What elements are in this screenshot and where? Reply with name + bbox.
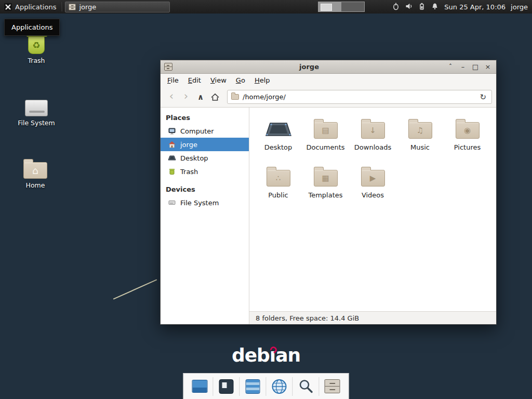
- minimize-button[interactable]: –: [458, 63, 468, 71]
- menubar: File Edit View Go Help: [161, 74, 496, 87]
- menu-view[interactable]: View: [206, 75, 231, 86]
- panel-right-area: Sun 25 Apr, 10:06 jorge: [318, 0, 532, 14]
- desktop-icon-label: Home: [10, 181, 60, 189]
- desktop-icon: [265, 120, 291, 139]
- desktop-icon-home[interactable]: ⌂ Home: [10, 154, 60, 189]
- sidebar-item-jorge[interactable]: jorge: [161, 138, 249, 151]
- file-item-documents[interactable]: ▤ Documents: [303, 116, 349, 151]
- desktop-icon-label: File System: [11, 119, 61, 127]
- magnifier-icon: [298, 379, 314, 394]
- home-icon: [210, 93, 220, 101]
- launcher-file-manager[interactable]: [321, 375, 344, 398]
- taskbar-window-button[interactable]: jorge: [65, 2, 170, 12]
- camera-emblem-icon: ◉: [456, 123, 479, 138]
- battery-icon[interactable]: [418, 2, 426, 12]
- folder-icon: ▶: [361, 170, 385, 187]
- desktop-icon: [168, 154, 176, 162]
- sidebar-item-desktop[interactable]: Desktop: [161, 151, 249, 165]
- file-item-templates[interactable]: ▦ Templates: [303, 164, 349, 199]
- close-button[interactable]: ×: [483, 63, 493, 71]
- recycle-glyph-icon: ♻: [29, 36, 44, 54]
- folder-view: Desktop ▤ Documents ↓ Downloads ♫ Music …: [249, 108, 496, 324]
- launcher-settings[interactable]: [241, 375, 265, 398]
- sidebar-item-computer[interactable]: Computer: [161, 124, 249, 138]
- debian-logo: debıan: [232, 344, 300, 366]
- sidebar-item-label: Desktop: [180, 154, 208, 162]
- workspace-2[interactable]: [341, 2, 365, 12]
- applications-menu-button[interactable]: Applications: [0, 0, 60, 14]
- file-item-videos[interactable]: ▶ Videos: [350, 164, 396, 199]
- wallpaper-swoosh: [113, 279, 157, 299]
- up-icon: ∧: [197, 92, 204, 102]
- sidebar-item-label: File System: [180, 199, 219, 207]
- file-manager-icon: [69, 4, 76, 10]
- titlebar[interactable]: jorge ˆ – □ ×: [161, 60, 496, 74]
- sidebar-item-label: Trash: [180, 168, 198, 176]
- launcher-display-settings[interactable]: [188, 375, 212, 398]
- top-panel: Applications jorge Sun 25 Apr, 10:06 jor…: [0, 0, 532, 14]
- menu-edit[interactable]: Edit: [183, 75, 206, 86]
- folder-icon: ◉: [456, 122, 480, 139]
- applications-menu-icon: [4, 3, 12, 11]
- reload-button[interactable]: ↻: [478, 92, 488, 102]
- file-item-desktop[interactable]: Desktop: [256, 116, 301, 151]
- launcher-web-browser[interactable]: [268, 375, 291, 398]
- file-item-pictures[interactable]: ◉ Pictures: [445, 116, 490, 151]
- debian-swirl-icon: ı: [270, 344, 275, 366]
- user-menu[interactable]: jorge: [511, 3, 528, 11]
- back-button[interactable]: ‹: [165, 90, 178, 104]
- workspace-1[interactable]: [318, 2, 341, 12]
- display-icon: [192, 380, 208, 393]
- sidebar-item-file-system[interactable]: File System: [161, 196, 249, 209]
- menu-go[interactable]: Go: [231, 75, 250, 86]
- drive-icon: [25, 100, 48, 116]
- file-item-public[interactable]: ∴ Public: [256, 164, 301, 199]
- launcher-app-finder[interactable]: [294, 375, 318, 398]
- mouse-icon[interactable]: [392, 2, 400, 12]
- menu-file[interactable]: File: [163, 75, 183, 86]
- share-emblem-icon: ∴: [267, 170, 290, 186]
- video-emblem-icon: ▶: [362, 170, 384, 186]
- dock: [183, 373, 349, 399]
- system-tray: [392, 2, 439, 12]
- files-grid[interactable]: Desktop ▤ Documents ↓ Downloads ♫ Music …: [249, 108, 496, 311]
- file-manager-icon: [325, 379, 340, 393]
- music-emblem-icon: ♫: [409, 123, 432, 138]
- file-item-downloads[interactable]: ↓ Downloads: [350, 116, 396, 151]
- desktop-icon-file-system[interactable]: File System: [11, 91, 61, 127]
- desktop-icon-label: Trash: [11, 57, 61, 64]
- window-icon: [164, 63, 172, 71]
- folder-icon: ∴: [267, 170, 290, 187]
- forward-icon: ›: [184, 91, 188, 102]
- menu-help[interactable]: Help: [250, 75, 275, 86]
- launcher-terminal[interactable]: [215, 375, 238, 398]
- folder-icon: ▤: [314, 122, 338, 139]
- documents-emblem-icon: ▤: [314, 123, 337, 138]
- applications-menu-label: Applications: [15, 3, 56, 11]
- window-body: Places Computer jorge Desktop Trash Devi…: [161, 108, 496, 324]
- folder-icon: ♫: [408, 122, 432, 139]
- panel-clock[interactable]: Sun 25 Apr, 10:06: [444, 3, 506, 11]
- file-item-music[interactable]: ♫ Music: [397, 116, 443, 151]
- workspace-pager[interactable]: [318, 2, 365, 12]
- taskbar-window-label: jorge: [79, 3, 96, 11]
- folder-icon: ↓: [361, 122, 385, 139]
- forward-button[interactable]: ›: [179, 90, 193, 104]
- downloads-emblem-icon: ↓: [362, 123, 384, 138]
- notifications-icon[interactable]: [431, 2, 439, 12]
- computer-icon: [168, 127, 176, 135]
- maximize-button[interactable]: □: [471, 63, 480, 71]
- volume-icon[interactable]: [405, 2, 413, 12]
- house-emblem-icon: ⌂: [24, 163, 47, 178]
- sidebar-item-trash[interactable]: Trash: [161, 165, 249, 178]
- shade-button[interactable]: ˆ: [446, 63, 455, 71]
- trash-icon: [168, 167, 176, 176]
- up-button[interactable]: ∧: [194, 90, 207, 104]
- location-path: /home/jorge/: [243, 93, 286, 101]
- devices-header: Devices: [161, 182, 249, 196]
- sidebar: Places Computer jorge Desktop Trash Devi…: [161, 108, 249, 324]
- location-bar[interactable]: /home/jorge/ ↻: [227, 90, 492, 104]
- home-button[interactable]: [208, 90, 222, 104]
- dock-separator: [319, 377, 320, 396]
- places-header: Places: [161, 111, 249, 124]
